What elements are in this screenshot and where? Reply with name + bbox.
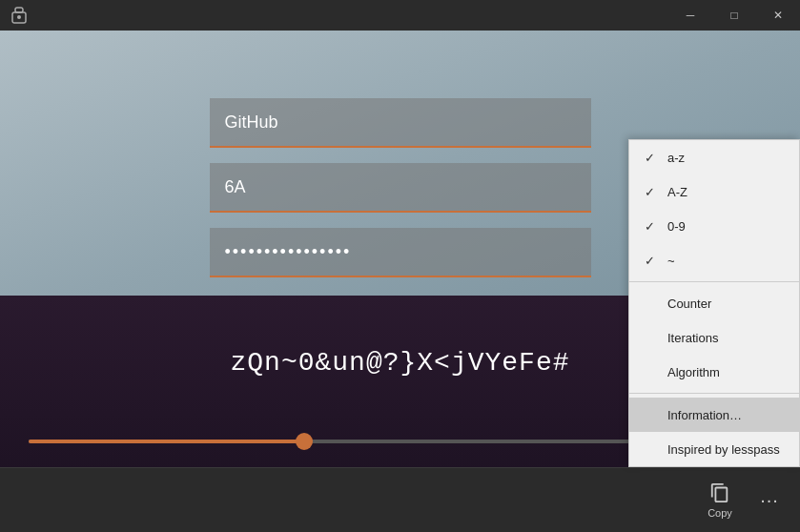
- copy-icon: [709, 482, 730, 503]
- title-bar: ─ □ ✕: [0, 0, 800, 31]
- dropdown-label-az-upper: A-Z: [667, 185, 784, 199]
- dropdown-menu: ✓ a-z ✓ A-Z ✓ 0-9 ✓ ~ Counter Ite: [628, 139, 800, 467]
- dropdown-item-symbols[interactable]: ✓ ~: [629, 243, 799, 277]
- dropdown-label-information: Information…: [667, 408, 784, 422]
- password-input[interactable]: [210, 228, 591, 277]
- check-digits: ✓: [645, 219, 660, 234]
- dropdown-label-counter: Counter: [667, 297, 784, 311]
- slider-fill: [29, 440, 304, 443]
- title-bar-controls: ─ □ ✕: [668, 0, 800, 31]
- dropdown-item-iterations[interactable]: Iterations: [629, 320, 799, 355]
- dropdown-divider-1: [629, 281, 799, 282]
- svg-point-2: [17, 15, 21, 19]
- dropdown-label-iterations: Iterations: [667, 331, 784, 345]
- dropdown-label-inspired: Inspired by lesspass: [667, 442, 784, 457]
- bottom-toolbar: Copy ···: [0, 467, 800, 532]
- dropdown-item-az-lower[interactable]: ✓ a-z: [629, 140, 799, 174]
- dropdown-item-digits[interactable]: ✓ 0-9: [629, 209, 799, 243]
- more-icon: ···: [760, 489, 779, 511]
- copy-label: Copy: [708, 507, 732, 519]
- dropdown-item-counter[interactable]: Counter: [629, 286, 799, 320]
- title-bar-left: [0, 6, 29, 25]
- dropdown-item-az-upper[interactable]: ✓ A-Z: [629, 174, 799, 209]
- counter-input[interactable]: [210, 163, 591, 213]
- dropdown-divider-2: [629, 393, 799, 394]
- slider-thumb[interactable]: [296, 433, 313, 450]
- dropdown-label-algorithm: Algorithm: [667, 365, 784, 379]
- slider-track: [29, 440, 686, 443]
- dropdown-label-symbols: ~: [667, 254, 784, 268]
- check-symbols: ✓: [645, 254, 660, 268]
- maximize-button[interactable]: □: [712, 0, 756, 31]
- check-az-upper: ✓: [645, 185, 660, 199]
- dropdown-item-algorithm[interactable]: Algorithm: [629, 355, 799, 389]
- minimize-button[interactable]: ─: [668, 0, 712, 31]
- main-area: zQn~0&un@?}X<jVYeFe# Copy ··· ✓: [0, 31, 800, 532]
- check-az-lower: ✓: [645, 151, 660, 165]
- slider-container: [29, 432, 686, 451]
- app-icon: [10, 6, 29, 25]
- dropdown-item-information[interactable]: Information…: [629, 398, 799, 432]
- dropdown-label-digits: 0-9: [667, 219, 784, 234]
- copy-button[interactable]: Copy: [691, 472, 749, 529]
- more-button[interactable]: ···: [749, 472, 790, 529]
- close-button[interactable]: ✕: [756, 0, 800, 31]
- dropdown-label-az-lower: a-z: [667, 151, 784, 165]
- site-name-input[interactable]: [210, 98, 591, 148]
- bottom-section: zQn~0&un@?}X<jVYeFe# Copy ··· ✓: [0, 296, 800, 532]
- dropdown-item-inspired[interactable]: Inspired by lesspass: [629, 432, 799, 466]
